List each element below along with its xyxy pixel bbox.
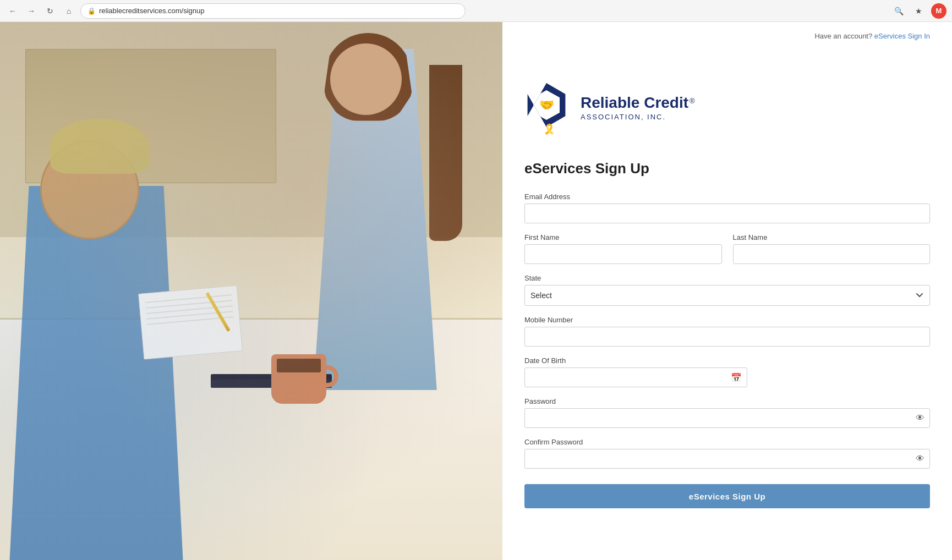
logo-badge: 🤝 🎗️	[524, 83, 574, 133]
confirm-password-group: Confirm Password 👁	[524, 438, 930, 469]
dob-input-wrapper: 📅	[524, 367, 930, 387]
first-name-label: First Name	[524, 233, 722, 241]
email-label: Email Address	[524, 193, 930, 201]
search-button[interactable]: 🔍	[891, 4, 906, 18]
email-group: Email Address	[524, 193, 930, 223]
state-label: State	[524, 274, 930, 282]
reload-button[interactable]: ↻	[43, 4, 57, 18]
page-content: Have an account? eServices Sign In 🤝 🎗️ …	[0, 22, 952, 560]
dob-input[interactable]	[524, 367, 747, 387]
last-name-label: Last Name	[733, 233, 931, 241]
photo-overlay	[0, 22, 502, 560]
dob-group: Date Of Birth 📅	[524, 356, 930, 387]
browser-chrome: ← → ↻ ⌂ 🔒 reliablecreditservices.com/sig…	[0, 0, 952, 22]
signin-link[interactable]: eServices Sign In	[874, 32, 930, 40]
signup-panel: Have an account? eServices Sign In 🤝 🎗️ …	[502, 22, 952, 560]
top-bar: Have an account? eServices Sign In	[524, 22, 930, 50]
password-label: Password	[524, 397, 930, 405]
first-name-input[interactable]	[524, 244, 722, 264]
state-group: State Select AK AL AR AZ CA CO OR WA	[524, 274, 930, 306]
eye-icon-confirm[interactable]: 👁	[916, 454, 924, 464]
logo-text-area: Reliable Credit ® ASSOCIATION, INC.	[581, 95, 695, 121]
state-select[interactable]: Select AK AL AR AZ CA CO OR WA	[524, 285, 930, 306]
name-row: First Name Last Name	[524, 233, 930, 274]
scene-container	[0, 22, 502, 560]
logo-subtitle: ASSOCIATION, INC.	[581, 113, 695, 121]
signup-button[interactable]: eServices Sign Up	[524, 484, 930, 508]
browser-right-icons: 🔍 ★ M	[891, 3, 946, 19]
email-input[interactable]	[524, 204, 930, 223]
confirm-password-label: Confirm Password	[524, 438, 930, 446]
lock-icon: 🔒	[87, 7, 96, 15]
url-text: reliablecreditservices.com/signup	[99, 7, 204, 15]
address-bar[interactable]: 🔒 reliablecreditservices.com/signup	[80, 3, 466, 19]
first-name-group: First Name	[524, 233, 722, 264]
forward-button[interactable]: →	[24, 4, 39, 18]
logo-title: Reliable Credit	[581, 95, 688, 112]
ribbon-icon: 🎗️	[543, 123, 555, 135]
back-button[interactable]: ←	[6, 4, 20, 18]
confirm-password-input[interactable]	[524, 449, 930, 469]
calendar-icon[interactable]: 📅	[731, 372, 742, 383]
mobile-group: Mobile Number	[524, 316, 930, 347]
hexagon-shape: 🤝	[524, 83, 568, 127]
home-button[interactable]: ⌂	[62, 4, 76, 18]
hexagon-inner: 🤝	[530, 89, 563, 122]
password-input[interactable]	[524, 408, 930, 428]
dob-label: Date Of Birth	[524, 356, 930, 365]
mobile-input[interactable]	[524, 327, 930, 347]
handshake-icon: 🤝	[539, 98, 554, 112]
last-name-group: Last Name	[733, 233, 931, 264]
mobile-label: Mobile Number	[524, 316, 930, 324]
bookmark-button[interactable]: ★	[911, 4, 926, 18]
password-group: Password 👁	[524, 397, 930, 428]
hero-image-panel	[0, 22, 502, 560]
gmail-icon[interactable]: M	[931, 3, 946, 19]
last-name-input[interactable]	[733, 244, 931, 264]
eye-icon-password[interactable]: 👁	[916, 413, 924, 423]
logo-area: 🤝 🎗️ Reliable Credit ® ASSOCIATION, INC.	[524, 83, 930, 133]
have-account-text: Have an account?	[814, 32, 872, 40]
confirm-password-input-wrapper: 👁	[524, 449, 930, 469]
form-title: eServices Sign Up	[524, 160, 930, 177]
password-input-wrapper: 👁	[524, 408, 930, 428]
logo-registered: ®	[690, 97, 695, 105]
